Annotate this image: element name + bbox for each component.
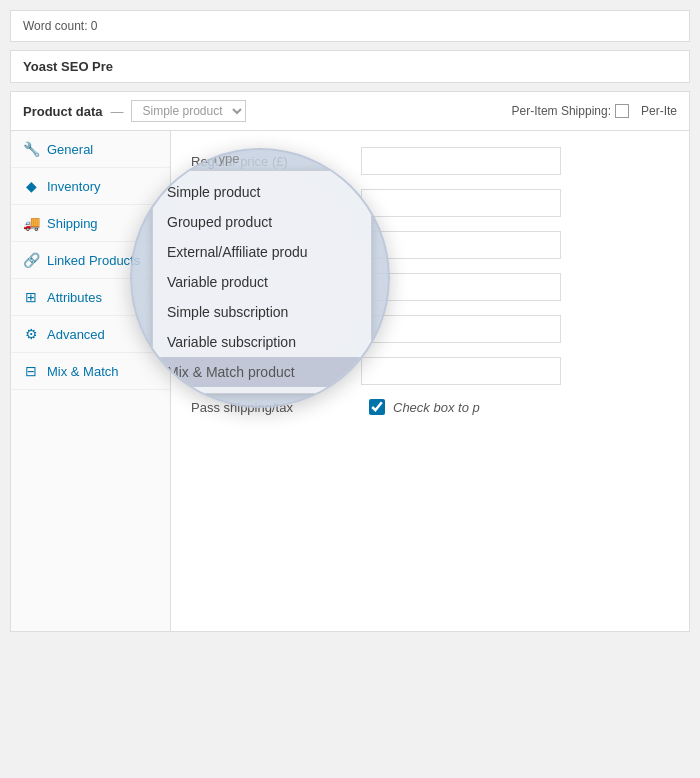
sidebar-label-mix-match: Mix & Match bbox=[47, 364, 119, 379]
max-discount-input[interactable] bbox=[361, 273, 561, 301]
shipping-icon: 🚚 bbox=[23, 215, 39, 231]
inventory-icon: ◆ bbox=[23, 178, 39, 194]
dropdown-item-external[interactable]: External/Affiliate produ bbox=[153, 237, 371, 267]
sidebar-label-inventory: Inventory bbox=[47, 179, 100, 194]
gear-icon: ⚙ bbox=[23, 326, 39, 342]
dropdown-item-variable-sub[interactable]: Variable subscription bbox=[153, 327, 371, 357]
magnifier-circle: Product Type Simple product Grouped prod… bbox=[130, 148, 390, 408]
sidebar-label-attributes: Attributes bbox=[47, 290, 102, 305]
sidebar-label-shipping: Shipping bbox=[47, 216, 98, 231]
check-box-label: Check box to p bbox=[393, 400, 480, 415]
yoast-seo-bar: Yoast SEO Pre bbox=[10, 50, 690, 83]
product-type-dropdown-menu: Product Type Simple product Grouped prod… bbox=[152, 170, 372, 394]
mix-match-icon: ⊟ bbox=[23, 363, 39, 379]
commission-input[interactable] bbox=[361, 357, 561, 385]
dropdown-item-mix-match[interactable]: Mix & Match product bbox=[153, 357, 371, 387]
product-type-dropdown-title: Product Type bbox=[163, 151, 239, 166]
attributes-icon: ⊞ bbox=[23, 289, 39, 305]
dropdown-item-variable[interactable]: Variable product bbox=[153, 267, 371, 297]
product-data-header: Product data — Simple product Per-Item S… bbox=[11, 92, 689, 131]
link-icon: 🔗 bbox=[23, 252, 39, 268]
renewal-points-input[interactable] bbox=[361, 315, 561, 343]
sale-price-input[interactable] bbox=[361, 189, 561, 217]
sidebar-label-advanced: Advanced bbox=[47, 327, 105, 342]
product-data-title: Product data bbox=[23, 104, 102, 119]
wrench-icon: 🔧 bbox=[23, 141, 39, 157]
dropdown-item-simple[interactable]: Simple product bbox=[153, 177, 371, 207]
product-type-dropdown-overlay: Product Type Simple product Grouped prod… bbox=[130, 148, 390, 408]
sidebar-label-general: General bbox=[47, 142, 93, 157]
per-item-2-label: Per-Ite bbox=[641, 104, 677, 118]
yoast-label: Yoast SEO Pre bbox=[23, 59, 113, 74]
dash-separator: — bbox=[110, 104, 123, 119]
dropdown-item-simple-sub[interactable]: Simple subscription bbox=[153, 297, 371, 327]
per-item-checkbox[interactable] bbox=[615, 104, 629, 118]
product-type-select[interactable]: Simple product bbox=[131, 100, 246, 122]
header-right: Per-Item Shipping: Per-Ite bbox=[512, 104, 677, 118]
word-count-bar: Word count: 0 bbox=[10, 10, 690, 42]
regular-price-input[interactable] bbox=[361, 147, 561, 175]
word-count-label: Word count: 0 bbox=[23, 19, 97, 33]
per-item-shipping-label: Per-Item Shipping: bbox=[512, 104, 629, 118]
points-earned-input[interactable] bbox=[361, 231, 561, 259]
sidebar-label-linked: Linked Products bbox=[47, 253, 140, 268]
dropdown-item-grouped[interactable]: Grouped product bbox=[153, 207, 371, 237]
